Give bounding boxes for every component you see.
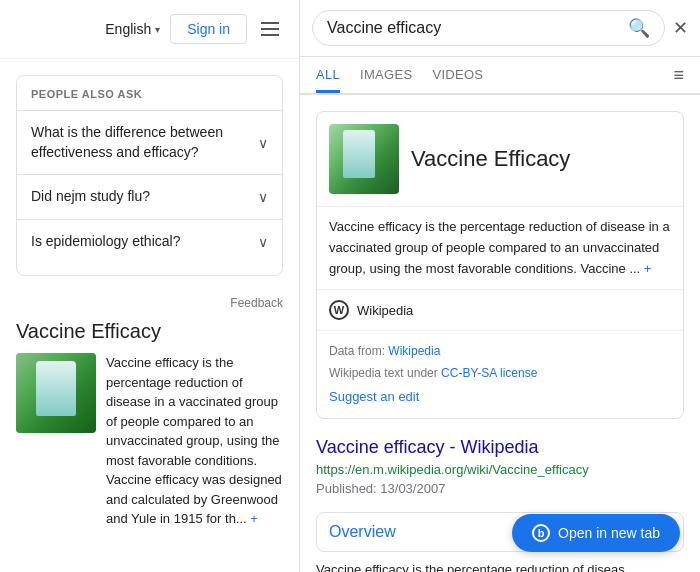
overview-text: Vaccine efficacy is the percentage reduc… xyxy=(316,560,684,572)
license-label: Wikipedia text under xyxy=(329,366,438,380)
result-thumbnail xyxy=(16,353,96,433)
result-published: Published: 13/03/2007 xyxy=(316,481,684,496)
search-result: Vaccine efficacy - Wikipedia https://en.… xyxy=(316,435,684,496)
hamburger-line xyxy=(261,22,279,24)
wikipedia-icon: W xyxy=(329,300,349,320)
data-from-link[interactable]: Wikipedia xyxy=(388,344,440,358)
bing-icon: b xyxy=(532,524,550,542)
overview-label: Overview xyxy=(329,523,396,541)
feedback-row: Feedback xyxy=(0,292,299,320)
license-link[interactable]: CC-BY-SA license xyxy=(441,366,537,380)
main-result-content: Vaccine efficacy is the percentage reduc… xyxy=(16,353,283,529)
faq-item[interactable]: What is the difference between effective… xyxy=(17,110,282,174)
knowledge-more-link[interactable]: + xyxy=(644,261,652,276)
search-input[interactable] xyxy=(327,19,620,37)
search-bar: 🔍 ✕ xyxy=(300,0,700,57)
people-also-ask-section: PEOPLE ALSO ASK What is the difference b… xyxy=(16,75,283,276)
language-button[interactable]: English ▾ xyxy=(105,21,160,37)
suggest-edit-link[interactable]: Suggest an edit xyxy=(329,389,419,404)
faq-chevron-icon: ∨ xyxy=(258,234,268,250)
open-tab-label: Open in new tab xyxy=(558,525,660,541)
language-label: English xyxy=(105,21,151,37)
main-result-title: Vaccine Efficacy xyxy=(16,320,283,343)
result-url: https://en.m.wikipedia.org/wiki/Vaccine_… xyxy=(316,462,684,477)
result-title-link[interactable]: Vaccine efficacy - Wikipedia xyxy=(316,437,538,457)
knowledge-footer: Data from: Wikipedia Wikipedia text unde… xyxy=(317,330,683,418)
close-icon[interactable]: ✕ xyxy=(673,17,688,39)
data-from-row: Data from: Wikipedia xyxy=(329,341,671,363)
menu-icon[interactable]: ≡ xyxy=(673,65,684,86)
right-panel: 🔍 ✕ ALL IMAGES VIDEOS ≡ Vaccine Efficacy… xyxy=(300,0,700,572)
left-header: English ▾ Sign in xyxy=(0,0,299,59)
knowledge-thumbnail xyxy=(329,124,399,194)
data-from-label: Data from: xyxy=(329,344,385,358)
vaccine-image xyxy=(16,353,96,433)
hamburger-button[interactable] xyxy=(257,18,283,40)
result-more-link[interactable]: + xyxy=(250,511,258,526)
search-input-wrap: 🔍 xyxy=(312,10,665,46)
tab-images[interactable]: IMAGES xyxy=(360,57,412,93)
hamburger-line xyxy=(261,28,279,30)
knowledge-title: Vaccine Efficacy xyxy=(411,146,570,172)
people-also-ask-label: PEOPLE ALSO ASK xyxy=(17,88,282,110)
open-new-tab-button[interactable]: b Open in new tab xyxy=(512,514,680,552)
tab-all[interactable]: ALL xyxy=(316,57,340,93)
left-panel: English ▾ Sign in PEOPLE ALSO ASK What i… xyxy=(0,0,300,572)
faq-question-3: Is epidemiology ethical? xyxy=(31,232,250,252)
knowledge-description: Vaccine efficacy is the percentage reduc… xyxy=(317,206,683,289)
faq-item[interactable]: Is epidemiology ethical? ∨ xyxy=(17,219,282,264)
faq-chevron-icon: ∨ xyxy=(258,189,268,205)
knowledge-card: Vaccine Efficacy Vaccine efficacy is the… xyxy=(316,111,684,419)
knowledge-desc-text: Vaccine efficacy is the percentage reduc… xyxy=(329,219,670,276)
right-content: Vaccine Efficacy Vaccine efficacy is the… xyxy=(300,95,700,572)
wikipedia-label: Wikipedia xyxy=(357,303,413,318)
tab-videos[interactable]: VIDEOS xyxy=(432,57,483,93)
wikipedia-row: W Wikipedia xyxy=(317,289,683,330)
result-text: Vaccine efficacy is the percentage reduc… xyxy=(106,353,283,529)
hamburger-line xyxy=(261,34,279,36)
knowledge-card-top: Vaccine Efficacy xyxy=(317,112,683,206)
result-text-content: Vaccine efficacy is the percentage reduc… xyxy=(106,355,282,526)
faq-question-2: Did nejm study flu? xyxy=(31,187,250,207)
faq-question-1: What is the difference between effective… xyxy=(31,123,250,162)
chevron-down-icon: ▾ xyxy=(155,24,160,35)
main-result: Vaccine Efficacy Vaccine efficacy is the… xyxy=(0,320,299,545)
search-icon[interactable]: 🔍 xyxy=(628,17,650,39)
signin-button[interactable]: Sign in xyxy=(170,14,247,44)
feedback-label[interactable]: Feedback xyxy=(230,296,283,310)
right-panel-wrapper: 🔍 ✕ ALL IMAGES VIDEOS ≡ Vaccine Efficacy… xyxy=(300,0,700,572)
faq-item[interactable]: Did nejm study flu? ∨ xyxy=(17,174,282,219)
license-row: Wikipedia text under CC-BY-SA license xyxy=(329,363,671,385)
faq-chevron-icon: ∨ xyxy=(258,135,268,151)
tabs-row: ALL IMAGES VIDEOS ≡ xyxy=(300,57,700,95)
